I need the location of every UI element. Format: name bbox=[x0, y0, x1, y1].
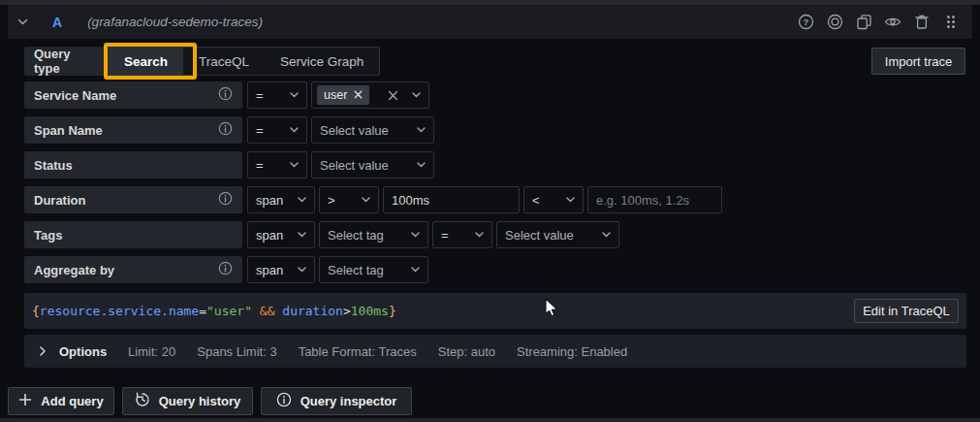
option-spans-limit: Spans Limit: 3 bbox=[197, 344, 276, 359]
question-circle-icon: ? bbox=[798, 14, 814, 30]
tags-tag-select[interactable]: Select tag bbox=[319, 221, 428, 248]
query-ref-id: A bbox=[52, 15, 62, 30]
query-actions: ? bbox=[794, 11, 972, 34]
copy-icon bbox=[856, 14, 872, 30]
datasource-name: (grafanacloud-sedemo-traces) bbox=[87, 15, 263, 29]
tags-value-select[interactable]: Select value bbox=[496, 221, 619, 248]
bottom-divider bbox=[0, 418, 980, 422]
duration-gt-operator-select[interactable]: > bbox=[319, 186, 379, 213]
duration-min-input[interactable] bbox=[383, 186, 520, 213]
query-history-button[interactable]: Query history bbox=[122, 387, 253, 415]
chevron-down-icon bbox=[403, 232, 420, 238]
disable-query-button[interactable] bbox=[881, 11, 904, 34]
query-inspector-button[interactable]: Query inspector bbox=[261, 387, 412, 415]
query-row-header: A (grafanacloud-sedemo-traces) ? bbox=[8, 5, 972, 39]
options-toggle[interactable]: Options bbox=[40, 344, 107, 359]
chevron-down-icon bbox=[467, 232, 484, 238]
drag-query-handle[interactable] bbox=[939, 11, 963, 34]
options-bar: Options Limit: 20 Spans Limit: 3 Table F… bbox=[24, 335, 966, 368]
chevron-down-icon bbox=[290, 197, 306, 203]
traceql-preview: {resource.service.name="user" && duratio… bbox=[24, 293, 966, 329]
info-icon[interactable] bbox=[218, 191, 233, 209]
duration-lt-operator-select[interactable]: < bbox=[523, 186, 584, 213]
chevron-down-icon bbox=[558, 197, 575, 203]
info-icon[interactable] bbox=[218, 86, 233, 104]
chevron-down-icon bbox=[282, 162, 299, 168]
span-name-label: Span Name bbox=[24, 116, 242, 144]
span-name-operator-select[interactable]: = bbox=[247, 116, 307, 144]
tags-operator-select[interactable]: = bbox=[432, 221, 492, 248]
history-icon bbox=[135, 392, 150, 410]
trace-query-editor: A (grafanacloud-sedemo-traces) ? bbox=[0, 0, 980, 422]
collapse-query-button[interactable] bbox=[8, 5, 37, 39]
remove-query-button[interactable] bbox=[910, 11, 933, 34]
eye-icon bbox=[884, 15, 901, 29]
service-name-operator-select[interactable]: = bbox=[247, 81, 307, 109]
chevron-down-icon bbox=[17, 15, 28, 29]
service-name-label: Service Name bbox=[24, 81, 242, 109]
option-streaming: Streaming: Enabled bbox=[517, 344, 627, 359]
aggregate-by-scope-select[interactable]: span bbox=[247, 256, 315, 283]
status-value-select[interactable]: Select value bbox=[311, 151, 434, 179]
import-trace-button[interactable]: Import trace bbox=[871, 48, 965, 75]
duplicate-query-button[interactable] bbox=[852, 11, 875, 34]
tab-traceql[interactable]: TraceQL bbox=[183, 48, 265, 75]
chevron-down-icon bbox=[403, 267, 420, 273]
svg-text:?: ? bbox=[803, 16, 808, 27]
tags-scope-select[interactable]: span bbox=[247, 221, 315, 248]
duration-scope-select[interactable]: span bbox=[247, 186, 315, 213]
chevron-down-icon bbox=[594, 232, 611, 238]
query-type-tab-group: Search TraceQL Service Graph bbox=[108, 47, 380, 76]
drag-handle-icon bbox=[944, 14, 958, 30]
tab-service-graph[interactable]: Service Graph bbox=[265, 48, 379, 75]
selected-tag-user[interactable]: user bbox=[317, 85, 369, 105]
tab-search[interactable]: Search bbox=[109, 48, 183, 75]
remove-tag-icon[interactable] bbox=[354, 88, 363, 102]
add-query-button[interactable]: Add query bbox=[8, 387, 114, 415]
target-icon bbox=[827, 14, 843, 30]
clear-all-icon[interactable] bbox=[384, 90, 402, 101]
tags-label: Tags bbox=[24, 221, 242, 248]
query-type-label: Query type bbox=[24, 47, 105, 76]
duration-label: Duration bbox=[24, 186, 242, 213]
status-label: Status bbox=[24, 151, 242, 179]
duration-max-input[interactable] bbox=[587, 186, 722, 213]
status-operator-select[interactable]: = bbox=[247, 151, 307, 179]
option-limit: Limit: 20 bbox=[128, 344, 175, 359]
plus-icon bbox=[18, 393, 32, 409]
option-table-format: Table Format: Traces bbox=[299, 344, 417, 359]
chevron-down-icon bbox=[290, 267, 306, 273]
chevron-down-icon bbox=[409, 127, 426, 133]
chevron-right-icon bbox=[40, 344, 46, 359]
span-name-value-select[interactable]: Select value bbox=[311, 116, 434, 144]
chevron-down-icon bbox=[404, 92, 421, 98]
chevron-down-icon bbox=[409, 162, 426, 168]
aggregate-by-label: Aggregate by bbox=[24, 256, 242, 283]
help-button[interactable]: ? bbox=[794, 11, 817, 34]
service-name-value-multiselect[interactable]: user bbox=[311, 81, 429, 109]
edit-in-traceql-button[interactable]: Edit in TraceQL bbox=[854, 299, 959, 323]
traceql-query-text: {resource.service.name="user" && duratio… bbox=[32, 304, 396, 318]
trash-icon bbox=[914, 14, 930, 30]
chevron-down-icon bbox=[282, 92, 299, 98]
datasource-default-button[interactable] bbox=[823, 11, 846, 34]
option-step: Step: auto bbox=[438, 344, 495, 359]
info-icon[interactable] bbox=[218, 261, 233, 278]
chevron-down-icon bbox=[290, 232, 306, 238]
chevron-down-icon bbox=[354, 197, 370, 203]
info-circle-icon bbox=[276, 392, 292, 410]
aggregate-by-tag-select[interactable]: Select tag bbox=[319, 256, 428, 283]
chevron-down-icon bbox=[282, 127, 299, 133]
info-icon[interactable] bbox=[218, 121, 233, 139]
